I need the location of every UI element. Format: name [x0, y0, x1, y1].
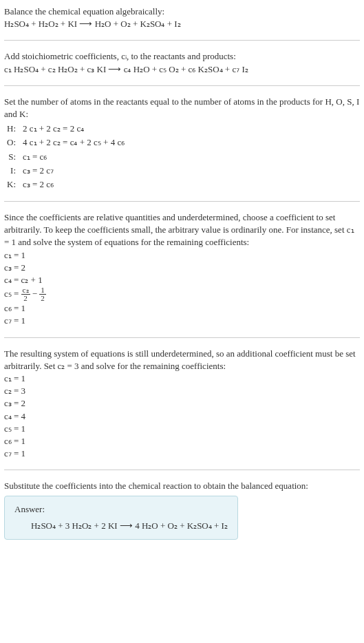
atoms-section: Set the number of atoms in the reactants…: [4, 96, 360, 191]
element-label: I:: [4, 164, 20, 178]
underdet2-text: The resulting system of equations is sti…: [4, 348, 360, 372]
stoich-equation: c₁ H₂SO₄ + c₂ H₂O₂ + c₃ KI ⟶ c₄ H₂O + c₅…: [4, 63, 360, 76]
stoich-text: Add stoichiometric coefficients, cᵢ, to …: [4, 50, 360, 63]
answer-box: Answer: H₂SO₄ + 3 H₂O₂ + 2 KI ⟶ 4 H₂O + …: [4, 496, 238, 540]
coef-line: c₆ = 1: [4, 435, 360, 447]
final-section: Substitute the coefficients into the che…: [4, 480, 360, 540]
answer-equation: H₂SO₄ + 3 H₂O₂ + 2 KI ⟶ 4 H₂O + O₂ + K₂S…: [14, 520, 228, 532]
fraction: c₂2: [21, 286, 30, 302]
element-label: O:: [4, 136, 20, 149]
coef-line: c₇ = 1: [4, 315, 360, 327]
coef-line: c₅ = 1: [4, 423, 360, 435]
divider: [4, 337, 360, 338]
table-row: I: c₃ = 2 c₇: [4, 164, 127, 178]
underdet1-text: Since the coefficients are relative quan…: [4, 211, 360, 249]
coef-line: c₇ = 1: [4, 447, 360, 460]
underdet1-section: Since the coefficients are relative quan…: [4, 211, 360, 328]
frac-den: 2: [21, 295, 30, 302]
coef-line: c₃ = 2: [4, 397, 360, 410]
divider: [4, 85, 360, 86]
atoms-table: H: 2 c₁ + 2 c₂ = 2 c₄ O: 4 c₁ + 2 c₂ = c…: [4, 122, 127, 191]
element-equation: 4 c₁ + 2 c₂ = c₄ + 2 c₅ + 4 c₆: [20, 136, 127, 149]
intro-text: Balance the chemical equation algebraica…: [4, 6, 360, 18]
element-equation: c₃ = 2 c₆: [20, 178, 127, 191]
final-text: Substitute the coefficients into the che…: [4, 480, 360, 492]
coef-line: c₁ = 1: [4, 372, 360, 385]
coef-line: c₃ = 2: [4, 262, 360, 274]
coef-line: c₁ = 1: [4, 249, 360, 262]
coef-line-c5: c₅ = c₂2 − 12: [4, 286, 360, 302]
answer-label: Answer:: [14, 503, 228, 516]
coef-line: c₄ = 4: [4, 410, 360, 423]
element-label: S:: [4, 150, 20, 164]
element-label: H:: [4, 122, 20, 136]
coef-line: c₂ = 3: [4, 385, 360, 397]
minus: −: [30, 288, 40, 299]
element-equation: c₃ = 2 c₇: [20, 164, 127, 178]
frac-den: 2: [39, 295, 46, 302]
atoms-text: Set the number of atoms in the reactants…: [4, 96, 360, 120]
coef-line: c₆ = 1: [4, 302, 360, 315]
intro-equation: H₂SO₄ + H₂O₂ + KI ⟶ H₂O + O₂ + K₂SO₄ + I…: [4, 18, 360, 30]
divider: [4, 40, 360, 41]
coef-line: c₄ = c₂ + 1: [4, 274, 360, 286]
stoich-section: Add stoichiometric coefficients, cᵢ, to …: [4, 50, 360, 75]
intro-section: Balance the chemical equation algebraica…: [4, 6, 360, 30]
table-row: K: c₃ = 2 c₆: [4, 178, 127, 191]
underdet2-section: The resulting system of equations is sti…: [4, 348, 360, 461]
table-row: S: c₁ = c₆: [4, 150, 127, 164]
fraction: 12: [39, 286, 46, 302]
divider: [4, 470, 360, 470]
c5-lhs: c₅ =: [4, 288, 21, 299]
element-label: K:: [4, 178, 20, 191]
element-equation: 2 c₁ + 2 c₂ = 2 c₄: [20, 122, 127, 136]
element-equation: c₁ = c₆: [20, 150, 127, 164]
divider: [4, 201, 360, 202]
table-row: H: 2 c₁ + 2 c₂ = 2 c₄: [4, 122, 127, 136]
table-row: O: 4 c₁ + 2 c₂ = c₄ + 2 c₅ + 4 c₆: [4, 136, 127, 149]
